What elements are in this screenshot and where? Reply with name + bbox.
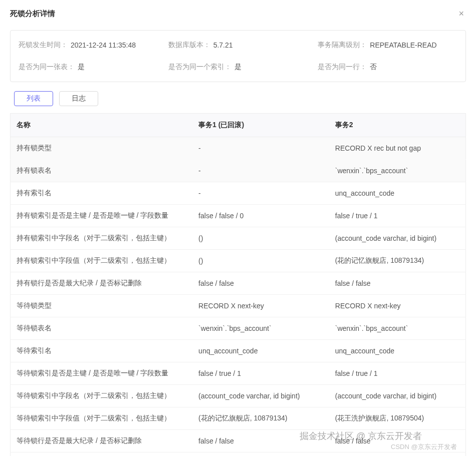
cell-tx2: `wenxin`.`bps_account` [329,317,466,340]
info-deadlock-time: 死锁发生时间： 2021-12-24 11:35:48 [19,41,158,50]
info-value: 5.7.21 [213,41,233,49]
cell-tx2: `wenxin`.`bps_account` [329,160,466,182]
cell-name: 持有锁索引中字段值（对于二级索引，包括主键） [11,250,193,272]
cell-name: 等待锁SQL [11,452,193,457]
modal-header: 死锁分析详情 × [0,0,476,25]
table-row: 持有锁行是否是最大纪录 / 是否标记删除false / falsefalse /… [11,272,466,295]
table-row: 持有锁类型-RECORD X rec but not gap [11,137,466,160]
info-value: 否 [370,63,377,72]
modal-title: 死锁分析详情 [10,9,55,19]
column-header-tx1: 事务1 (已回滚) [192,114,329,137]
table-row: 等待锁表名`wenxin`.`bps_account``wenxin`.`bps… [11,317,466,340]
table-row: 等待锁索引中字段名（对于二级索引，包括主键）(account_code varc… [11,385,466,407]
cell-tx2: false / false [329,272,466,295]
table-row: 持有锁索引中字段值（对于二级索引，包括主键）()(花的记忆旗舰店, 108791… [11,250,466,272]
cell-tx2: (account_code varchar, id bigint) [329,227,466,250]
cell-tx1: false / true / 1 [192,362,329,385]
table-row: 等待索引名unq_account_codeunq_account_code [11,340,466,362]
info-same-row: 是否为同一行： 否 [318,63,457,72]
info-panel: 死锁发生时间： 2021-12-24 11:35:48 数据库版本： 5.7.2… [10,30,466,82]
cell-tx1: false / false [192,272,329,295]
info-label: 是否为同一张表： [19,63,75,72]
cell-tx1: (花的记忆旗舰店, 10879134) [192,407,329,430]
cell-tx1: - [192,137,329,160]
cell-tx2: (花的记忆旗舰店, 10879134) [329,250,466,272]
cell-tx2: RECORD X next-key [329,295,466,317]
cell-tx1: false / false [192,430,329,452]
cell-name: 等待锁表名 [11,317,193,340]
table-row: 持有索引名-unq_account_code [11,182,466,205]
info-isolation-level: 事务隔离级别： REPEATABLE-READ [318,41,457,50]
cell-tx2: unq_account_code [329,182,466,205]
table-row: 等待锁SQLINSERT IGNORE INTO `wenxin`.`b…INS… [11,452,466,457]
info-db-version: 数据库版本： 5.7.21 [168,41,308,50]
cell-name: 持有索引名 [11,182,193,205]
deadlock-table: 名称 事务1 (已回滚) 事务2 持有锁类型-RECORD X rec but … [10,113,466,456]
tab-log[interactable]: 日志 [59,91,98,106]
info-label: 是否为同一个索引： [168,63,231,72]
info-label: 是否为同一行： [318,63,367,72]
cell-tx2: INSERT IGNORE INTO `wenxin`.`b… [329,452,466,457]
cell-tx1: () [192,250,329,272]
close-icon: × [458,9,464,19]
table-row: 等待锁类型RECORD X next-keyRECORD X next-key [11,295,466,317]
cell-tx2: (花王洗护旗舰店, 10879504) [329,407,466,430]
tabs: 列表 日志 [0,91,476,113]
deadlock-analysis-modal: 死锁分析详情 × 死锁发生时间： 2021-12-24 11:35:48 数据库… [0,0,476,456]
cell-tx2: RECORD X rec but not gap [329,137,466,160]
info-value: 是 [78,63,85,72]
close-button[interactable]: × [456,7,466,20]
info-label: 死锁发生时间： [19,41,68,50]
cell-name: 持有锁索引是否是主键 / 是否是唯一键 / 字段数量 [11,205,193,227]
column-header-name: 名称 [11,114,193,137]
cell-tx1: INSERT IGNORE INTO `wenxin`.`b… [192,452,329,457]
cell-tx2: false / true / 1 [329,205,466,227]
table-row: 持有锁索引是否是主键 / 是否是唯一键 / 字段数量false / false … [11,205,466,227]
info-value: 2021-12-24 11:35:48 [71,41,136,49]
cell-tx1: unq_account_code [192,340,329,362]
cell-name: 等待锁类型 [11,295,193,317]
cell-name: 持有锁索引中字段名（对于二级索引，包括主键） [11,227,193,250]
info-same-table: 是否为同一张表： 是 [19,63,158,72]
table-row: 等待锁索引是否是主键 / 是否是唯一键 / 字段数量false / true /… [11,362,466,385]
cell-name: 持有锁类型 [11,137,193,160]
cell-name: 等待索引名 [11,340,193,362]
cell-name: 等待锁索引是否是主键 / 是否是唯一键 / 字段数量 [11,362,193,385]
cell-tx1: (account_code varchar, id bigint) [192,385,329,407]
cell-tx2: (account_code varchar, id bigint) [329,385,466,407]
info-label: 数据库版本： [168,41,210,50]
cell-tx2: false / true / 1 [329,362,466,385]
cell-tx1: - [192,182,329,205]
cell-name: 持有锁行是否是最大纪录 / 是否标记删除 [11,272,193,295]
table-row: 等待锁行是否是最大纪录 / 是否标记删除false / falsefalse /… [11,430,466,452]
table-row: 等待锁索引中字段值（对于二级索引，包括主键）(花的记忆旗舰店, 10879134… [11,407,466,430]
cell-tx2: false / false [329,430,466,452]
table-row: 持有锁表名-`wenxin`.`bps_account` [11,160,466,182]
cell-tx1: false / false / 0 [192,205,329,227]
column-header-tx2: 事务2 [329,114,466,137]
cell-name: 等待锁索引中字段值（对于二级索引，包括主键） [11,407,193,430]
cell-tx1: RECORD X next-key [192,295,329,317]
info-label: 事务隔离级别： [318,41,367,50]
table-row: 持有锁索引中字段名（对于二级索引，包括主键）()(account_code va… [11,227,466,250]
info-value: 是 [234,63,242,72]
cell-tx1: () [192,227,329,250]
cell-name: 等待锁行是否是最大纪录 / 是否标记删除 [11,430,193,452]
cell-name: 持有锁表名 [11,160,193,182]
tab-list[interactable]: 列表 [14,91,53,106]
info-same-index: 是否为同一个索引： 是 [168,63,308,72]
cell-name: 等待锁索引中字段名（对于二级索引，包括主键） [11,385,193,407]
cell-tx1: `wenxin`.`bps_account` [192,317,329,340]
cell-tx2: unq_account_code [329,340,466,362]
table-wrap: 名称 事务1 (已回滚) 事务2 持有锁类型-RECORD X rec but … [0,113,476,456]
cell-tx1: - [192,160,329,182]
info-value: REPEATABLE-READ [370,41,436,49]
table-header-row: 名称 事务1 (已回滚) 事务2 [11,114,466,137]
